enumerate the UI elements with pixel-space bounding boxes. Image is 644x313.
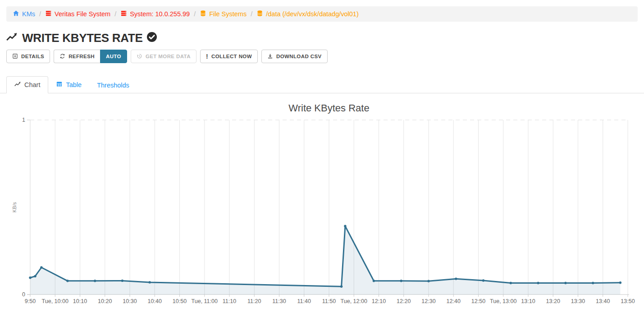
svg-text:10:10: 10:10	[73, 298, 87, 304]
exclamation-icon: !	[206, 53, 208, 60]
svg-text:Tue, 12:00: Tue, 12:00	[341, 298, 367, 304]
svg-text:10:40: 10:40	[148, 298, 162, 304]
svg-text:12:50: 12:50	[471, 298, 485, 304]
toolbar: DETAILS REFRESH AUTO GET MORE DATA ! COL…	[6, 50, 644, 63]
server-icon	[120, 10, 127, 18]
svg-text:13:10: 13:10	[521, 298, 535, 304]
refresh-icon	[59, 53, 65, 60]
breadcrumb-label: KMs	[22, 10, 35, 18]
svg-text:13:20: 13:20	[546, 298, 560, 304]
breadcrumb-label: Veritas File System	[55, 10, 110, 18]
line-chart-icon	[14, 81, 21, 89]
breadcrumb-item-volume[interactable]: /data (/dev/vx/dsk/datadg/vol01)	[256, 10, 359, 18]
svg-text:Tue, 10:00: Tue, 10:00	[42, 298, 69, 304]
database-icon	[200, 10, 206, 18]
database-icon	[256, 10, 263, 18]
breadcrumb-item-system[interactable]: System: 10.0.255.99	[120, 10, 190, 18]
breadcrumb-separator: /	[251, 10, 252, 18]
refresh-button-group: REFRESH AUTO	[54, 50, 127, 63]
breadcrumb-label: /data (/dev/vx/dsk/datadg/vol01)	[266, 10, 359, 18]
svg-text:12:10: 12:10	[372, 298, 386, 304]
svg-text:9:50: 9:50	[25, 298, 36, 304]
download-icon	[267, 53, 273, 60]
breadcrumb-item-veritas-file-system[interactable]: Veritas File System	[45, 10, 110, 18]
svg-text:12:40: 12:40	[447, 298, 461, 304]
chart-title: Write KBytes Rate	[30, 102, 628, 114]
home-icon	[13, 10, 19, 18]
svg-text:11:10: 11:10	[223, 298, 236, 304]
collect-now-button[interactable]: ! COLLECT NOW	[200, 50, 258, 63]
svg-text:10:20: 10:20	[98, 298, 112, 304]
breadcrumb-separator: /	[39, 10, 41, 18]
svg-text:11:20: 11:20	[247, 298, 261, 304]
svg-text:11:30: 11:30	[272, 298, 286, 304]
refresh-button[interactable]: REFRESH	[54, 50, 100, 63]
page-title-row: WRITE KBYTES RATE	[6, 31, 644, 45]
svg-text:0: 0	[22, 291, 25, 298]
history-icon	[137, 53, 142, 60]
check-circle-icon	[146, 32, 157, 44]
svg-text:10:50: 10:50	[173, 298, 187, 304]
get-more-data-button[interactable]: GET MORE DATA	[131, 50, 196, 63]
tab-table[interactable]: Table	[48, 77, 89, 93]
breadcrumb-item-kms[interactable]: KMs	[13, 10, 35, 18]
breadcrumb-item-file-systems[interactable]: File Systems	[200, 10, 247, 18]
svg-text:Tue, 13:00: Tue, 13:00	[490, 298, 516, 304]
table-icon	[56, 81, 63, 89]
breadcrumb-label: System: 10.0.255.99	[130, 10, 190, 18]
page-title: WRITE KBYTES RATE	[22, 31, 142, 45]
breadcrumb-separator: /	[194, 10, 196, 18]
svg-text:11:40: 11:40	[297, 298, 311, 304]
breadcrumb-separator: /	[114, 10, 116, 18]
download-csv-button[interactable]: DOWNLOAD CSV	[261, 50, 328, 63]
svg-text:13:50: 13:50	[621, 298, 635, 304]
server-icon	[45, 10, 52, 18]
svg-text:11:50: 11:50	[322, 298, 336, 304]
breadcrumb: KMs / Veritas File System / System: 10.0…	[6, 6, 638, 22]
details-button[interactable]: DETAILS	[6, 50, 50, 63]
plus-square-icon	[12, 53, 18, 60]
line-chart-icon	[6, 31, 18, 45]
breadcrumb-label: File Systems	[209, 10, 247, 18]
tab-chart[interactable]: Chart	[6, 76, 48, 93]
svg-text:13:30: 13:30	[571, 298, 585, 304]
svg-text:12:20: 12:20	[397, 298, 411, 304]
chart-panel: Write KBytes Rate 9:50Tue, 10:0010:1010:…	[0, 102, 644, 313]
tab-thresholds[interactable]: Thresholds	[89, 78, 137, 93]
svg-text:1: 1	[22, 117, 25, 123]
write-kbytes-rate-chart: 9:50Tue, 10:0010:1010:2010:3010:4010:50T…	[0, 114, 644, 313]
tab-bar: Chart Table Thresholds	[0, 76, 644, 93]
auto-refresh-toggle[interactable]: AUTO	[100, 50, 127, 63]
svg-text:12:30: 12:30	[421, 298, 435, 304]
svg-text:10:30: 10:30	[123, 298, 137, 304]
svg-text:Tue, 11:00: Tue, 11:00	[192, 298, 218, 304]
svg-text:13:40: 13:40	[596, 298, 610, 304]
svg-text:KB/s: KB/s	[12, 202, 17, 212]
